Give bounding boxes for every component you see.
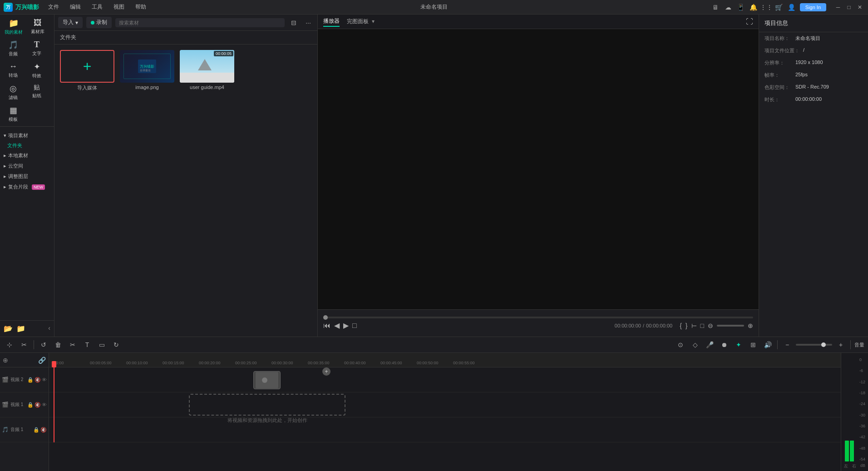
tab-complete-panel[interactable]: 完图面板 ▾ [347, 17, 375, 26]
record-tl-button[interactable]: ⏺ [718, 339, 730, 351]
undo-button[interactable]: ↺ [38, 339, 49, 351]
zoom-out-icon[interactable]: ⊖ [708, 322, 713, 329]
collapse-icon[interactable]: ‹ [48, 324, 50, 333]
sidebar-local-media[interactable]: ▸ 本地素材 [0, 150, 54, 161]
zoom-slider[interactable] [717, 325, 744, 327]
tab-sticker[interactable]: 贴 贴纸 [25, 82, 48, 103]
menu-file[interactable]: 文件 [46, 2, 61, 12]
record-button[interactable]: 录制 [86, 17, 112, 28]
media-video-item[interactable]: 00:00:05 user guide.mp4 [180, 50, 234, 91]
seek-handle[interactable] [323, 315, 328, 320]
add-track-icon[interactable]: ⊕ [3, 357, 8, 364]
filter-button[interactable]: ⊟ [288, 17, 299, 28]
tab-transition[interactable]: ↔ 转场 [2, 60, 25, 81]
video1-mute-icon[interactable]: 🔇 [35, 402, 41, 408]
delete-button[interactable]: 🗑 [52, 339, 64, 351]
my-media-icon: 📁 [9, 18, 19, 28]
select-tool-button[interactable]: ⊹ [4, 339, 15, 351]
crop-tool-button[interactable]: ▭ [96, 339, 108, 351]
mark-out-icon[interactable]: } [686, 322, 688, 329]
import-thumb[interactable]: + [60, 50, 114, 83]
image-preview: 万兴喵影 全球最佳 [120, 50, 174, 83]
new-folder-icon[interactable]: 📁 [16, 324, 25, 333]
tracks-container: + 将视频和资源拖拽到此处，开始创作 [49, 367, 841, 442]
cut-button[interactable]: ✂ [67, 339, 79, 351]
sidebar-adjust[interactable]: ▸ 调整图层 [0, 171, 54, 182]
menu-view[interactable]: 视图 [112, 2, 126, 12]
phone-icon[interactable]: 📱 [736, 3, 745, 12]
zoom-slider-tl[interactable] [796, 344, 832, 346]
video2-track-row[interactable]: + [49, 367, 841, 392]
audio1-lock-icon[interactable]: 🔒 [33, 427, 39, 433]
timeline-content[interactable]: 00:00 00:00:05:00 00:00:10:00 00:00:15:0… [49, 353, 841, 471]
menu-help[interactable]: 帮助 [133, 2, 148, 12]
label-fps: 帧率： [764, 72, 792, 79]
marker-button[interactable]: ◇ [689, 339, 701, 351]
audio-button[interactable]: 🔊 [762, 339, 774, 351]
effects-tl-button[interactable]: ✦ [733, 339, 745, 351]
video2-eye-icon[interactable]: 👁 [42, 377, 47, 383]
content-area: 导入 ▾ 录制 ⊟ ··· 文件夹 + 导入媒体 [54, 15, 868, 337]
cloud-icon[interactable]: ☁ [724, 3, 733, 12]
dragging-clip[interactable]: + [253, 371, 330, 389]
play-back-button[interactable]: ◀ [334, 321, 340, 330]
search-input[interactable] [115, 18, 285, 27]
media-image-item[interactable]: 万兴喵影 全球最佳 image.png [120, 50, 174, 91]
snap-icon[interactable]: ⊙ [675, 339, 686, 351]
sidebar-project-media[interactable]: ▾ 项目素材 [0, 130, 54, 141]
play-button[interactable]: ▶ [343, 321, 349, 330]
grid-icon[interactable]: ⋮⋮ [762, 3, 771, 12]
tab-filter[interactable]: ◎ 滤镜 [2, 82, 25, 103]
video1-track-row[interactable]: 将视频和资源拖拽到此处，开始创作 [49, 392, 841, 417]
audio1-mute-icon[interactable]: 🔇 [40, 427, 47, 433]
audio1-track-row[interactable] [49, 417, 841, 442]
tab-audio[interactable]: 🎵 音频 [2, 38, 25, 59]
snapshot-button[interactable]: □ [352, 322, 357, 330]
bell-icon[interactable]: 🔔 [749, 3, 758, 12]
sidebar-cloud[interactable]: ▸ 云空间 [0, 161, 54, 171]
tab-text[interactable]: T 文字 [25, 38, 48, 59]
crop-icon[interactable]: □ [700, 322, 704, 329]
drop-zone[interactable]: 将视频和资源拖拽到此处，开始创作 [189, 394, 345, 416]
fullscreen-icon[interactable]: ⛶ [746, 18, 753, 26]
zoom-plus-button[interactable]: + [835, 339, 847, 351]
minimize-button[interactable]: ─ [833, 3, 843, 12]
maximize-button[interactable]: □ [844, 3, 853, 12]
seekbar[interactable] [323, 317, 753, 318]
folder-icon[interactable]: 📂 [4, 324, 13, 333]
tab-effects[interactable]: ✦ 特效 [25, 60, 48, 81]
tab-my-media[interactable]: 📁 我的素材 [2, 16, 25, 37]
user-icon[interactable]: 👤 [787, 3, 796, 12]
zoom-minus-button[interactable]: − [781, 339, 793, 351]
tab-player[interactable]: 播放器 [323, 16, 340, 27]
monitor-icon[interactable]: 🖥 [711, 3, 720, 12]
sidebar-folder[interactable]: 文件夹 [0, 141, 54, 150]
step-back-button[interactable]: ⏮ [323, 322, 330, 330]
video1-lock-icon[interactable]: 🔒 [27, 402, 34, 408]
tab-library[interactable]: 🖼 素材库 [26, 16, 49, 37]
media-import-item[interactable]: + 导入媒体 [60, 50, 114, 91]
video1-eye-icon[interactable]: 👁 [42, 402, 47, 408]
import-button[interactable]: 导入 ▾ [58, 17, 83, 28]
menu-edit[interactable]: 编辑 [68, 2, 83, 12]
cart-icon[interactable]: 🛒 [774, 3, 784, 12]
tab-template[interactable]: ▦ 模板 [2, 104, 25, 124]
mark-in-icon[interactable]: { [680, 322, 682, 329]
more-options-button[interactable]: ··· [303, 17, 314, 28]
video2-mute-icon[interactable]: 🔇 [35, 377, 41, 383]
vol-bars [845, 357, 854, 461]
sidebar-composite[interactable]: ▸ 复合片段 NEW [0, 182, 54, 192]
rotate-tool-button[interactable]: ↻ [110, 339, 122, 351]
playhead[interactable] [54, 367, 54, 442]
zoom-in-icon[interactable]: ⊕ [748, 322, 753, 329]
clip-icon[interactable]: ⊢ [691, 322, 697, 329]
signin-button[interactable]: Sign In [800, 3, 826, 11]
video2-lock-icon[interactable]: 🔒 [27, 377, 34, 383]
link-tracks-icon[interactable]: 🔗 [38, 357, 46, 364]
menu-tools[interactable]: 工具 [90, 2, 104, 12]
razor-tool-button[interactable]: ✂ [18, 339, 30, 351]
mic-button[interactable]: 🎤 [704, 339, 715, 351]
transform-button[interactable]: ⊞ [747, 339, 759, 351]
text-tool-button[interactable]: T [81, 339, 93, 351]
close-button[interactable]: ✕ [855, 3, 864, 12]
